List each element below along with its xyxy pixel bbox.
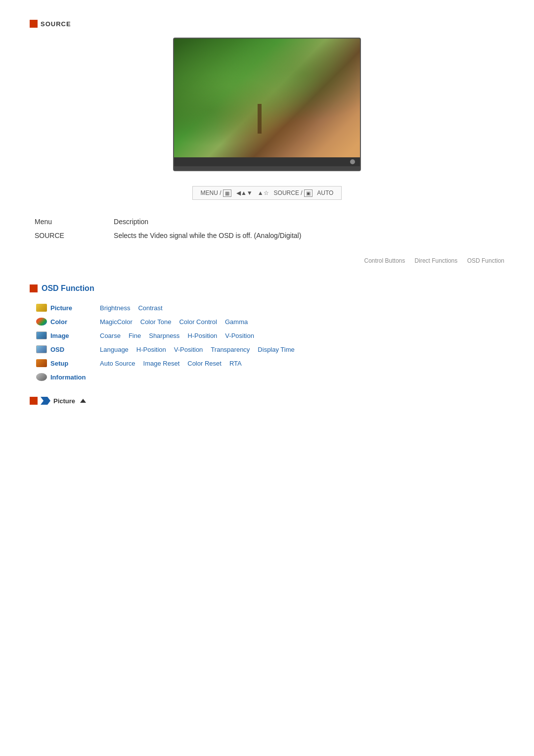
link-v-position-osd[interactable]: V-Position [174, 346, 203, 353]
image-icon [35, 331, 48, 340]
link-coarse[interactable]: Coarse [100, 332, 121, 339]
setup-links: Auto Source Image Reset Color Reset RTA [100, 360, 242, 367]
link-brightness[interactable]: Brightness [100, 304, 130, 312]
osd-section-icon [30, 284, 38, 292]
monitor-frame [173, 38, 361, 171]
osd-links: Language H-Position V-Position Transpare… [100, 346, 295, 353]
link-auto-source[interactable]: Auto Source [100, 360, 135, 367]
description-table: Menu Description SOURCE Selects the Vide… [30, 215, 504, 242]
link-magiccolor[interactable]: MagicColor [100, 318, 133, 326]
picture-label: Picture [50, 304, 100, 312]
source-menu-cell: SOURCE [30, 229, 109, 242]
source-icon [30, 20, 38, 28]
control-bar-text: MENU / ▦ ◀▲▼ ▲☆ SOURCE / ▣ AUTO [201, 189, 334, 196]
picture-icon [35, 303, 48, 313]
picture-nav-source-icon [30, 397, 38, 405]
link-rta[interactable]: RTA [229, 360, 242, 367]
col-menu-header: Menu [30, 215, 109, 229]
link-v-position-image[interactable]: V-Position [225, 332, 254, 339]
nav-direct-functions[interactable]: Direct Functions [415, 257, 458, 264]
osd-row-picture: Picture Brightness Contrast [35, 303, 504, 313]
monitor-button [350, 159, 355, 164]
osd-row-information: Information [35, 372, 504, 382]
link-h-position-osd[interactable]: H-Position [136, 346, 166, 353]
link-contrast[interactable]: Contrast [138, 304, 162, 312]
image-label: Image [50, 332, 100, 339]
monitor-image-container [30, 38, 504, 171]
setup-icon [35, 358, 48, 368]
osd-row-image: Image Coarse Fine Sharpness H-Position V… [35, 331, 504, 340]
link-color-control[interactable]: Color Control [179, 318, 217, 326]
osd-label: OSD [50, 346, 100, 353]
link-display-time[interactable]: Display Time [258, 346, 294, 353]
link-language[interactable]: Language [100, 346, 129, 353]
osd-table: Picture Brightness Contrast Color MagicC… [35, 303, 504, 382]
col-desc-header: Description [109, 215, 504, 229]
monitor-bezel [174, 157, 360, 166]
osd-icon [35, 344, 48, 354]
color-icon [35, 317, 48, 327]
source-desc-cell: Selects the Video signal while the OSD i… [109, 229, 504, 242]
nav-control-buttons[interactable]: Control Buttons [364, 257, 405, 264]
link-fine[interactable]: Fine [129, 332, 141, 339]
information-label[interactable]: Information [50, 374, 100, 381]
link-color-tone[interactable]: Color Tone [140, 318, 172, 326]
link-color-reset[interactable]: Color Reset [187, 360, 222, 367]
picture-nav-up-icon [80, 399, 86, 403]
color-label: Color [50, 318, 100, 326]
control-bar: MENU / ▦ ◀▲▼ ▲☆ SOURCE / ▣ AUTO [192, 186, 342, 200]
source-title: SOURCE [41, 20, 71, 28]
setup-label: Setup [50, 360, 100, 367]
osd-row-color: Color MagicColor Color Tone Color Contro… [35, 317, 504, 327]
link-image-reset[interactable]: Image Reset [143, 360, 180, 367]
image-links: Coarse Fine Sharpness H-Position V-Posit… [100, 332, 254, 339]
source-header: SOURCE [30, 20, 504, 28]
picture-nav: Picture [30, 397, 504, 405]
color-links: MagicColor Color Tone Color Control Gamm… [100, 318, 248, 326]
picture-nav-label: Picture [53, 397, 75, 405]
link-h-position-image[interactable]: H-Position [187, 332, 217, 339]
osd-row-osd: OSD Language H-Position V-Position Trans… [35, 344, 504, 354]
nav-osd-function[interactable]: OSD Function [467, 257, 504, 264]
link-transparency[interactable]: Transparency [211, 346, 250, 353]
control-bar-container: MENU / ▦ ◀▲▼ ▲☆ SOURCE / ▣ AUTO [30, 186, 504, 200]
monitor-stand [174, 166, 360, 170]
information-icon [35, 372, 48, 382]
osd-function-section-header: OSD Function [30, 284, 504, 293]
nav-links: Control Buttons Direct Functions OSD Fun… [30, 257, 504, 264]
picture-nav-arrow-icon [41, 397, 50, 405]
monitor-screen [174, 39, 360, 157]
link-sharpness[interactable]: Sharpness [149, 332, 179, 339]
osd-section-title: OSD Function [42, 284, 94, 293]
picture-links: Brightness Contrast [100, 304, 163, 312]
link-gamma[interactable]: Gamma [225, 318, 248, 326]
description-table-section: Menu Description SOURCE Selects the Vide… [30, 215, 504, 242]
osd-row-setup: Setup Auto Source Image Reset Color Rese… [35, 358, 504, 368]
